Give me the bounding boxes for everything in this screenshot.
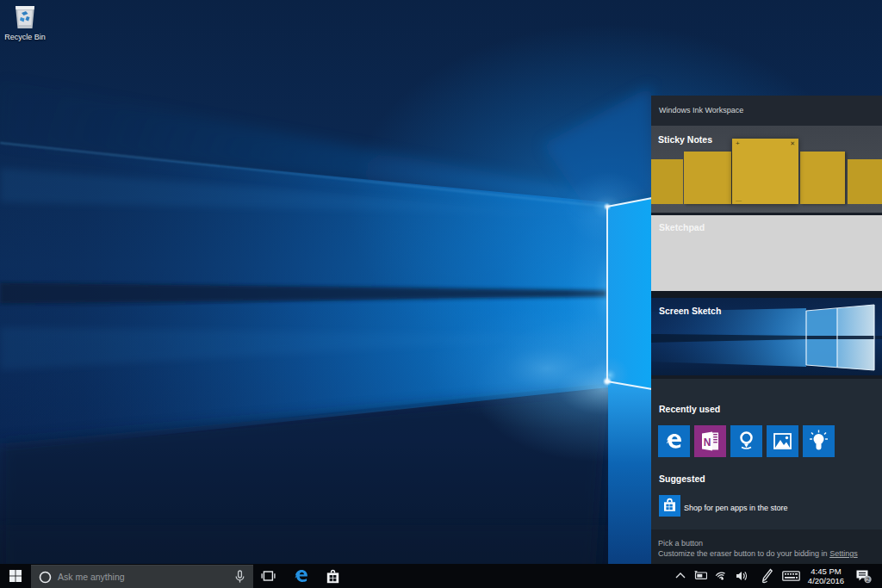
svg-text:2: 2 xyxy=(866,576,869,584)
svg-text:N: N xyxy=(704,436,711,449)
